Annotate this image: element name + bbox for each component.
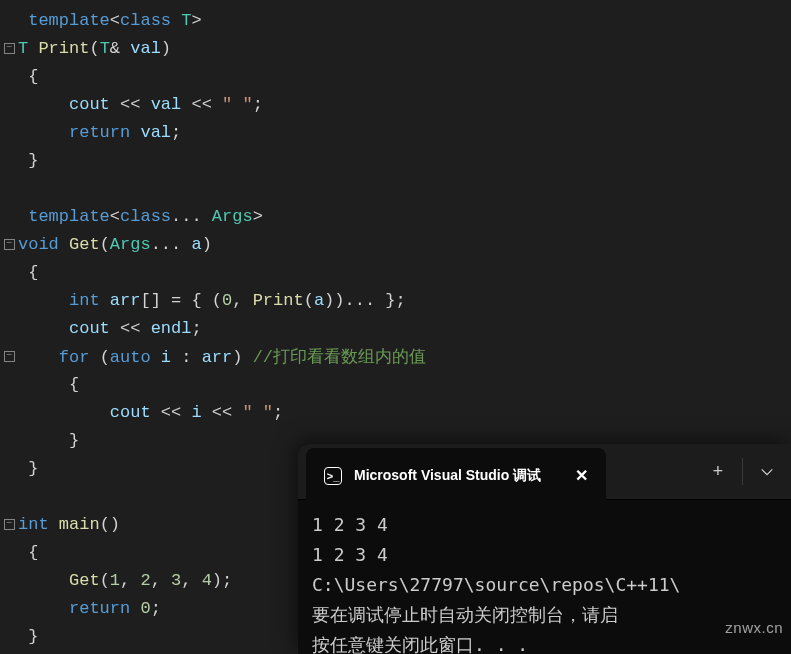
fold-icon[interactable]: −: [4, 351, 15, 362]
console-title: Microsoft Visual Studio 调试: [354, 467, 541, 485]
console-titlebar[interactable]: >_ Microsoft Visual Studio 调试 ✕ +: [298, 444, 791, 500]
fold-icon[interactable]: −: [4, 519, 15, 530]
fold-icon[interactable]: −: [4, 239, 15, 250]
debug-console-window: >_ Microsoft Visual Studio 调试 ✕ + 1 2 3 …: [298, 444, 791, 654]
close-tab-button[interactable]: ✕: [575, 466, 588, 485]
watermark: znwx.cn: [725, 619, 783, 636]
new-tab-button[interactable]: +: [694, 444, 742, 499]
console-tab[interactable]: >_ Microsoft Visual Studio 调试 ✕: [306, 448, 606, 503]
console-output[interactable]: 1 2 3 4 1 2 3 4 C:\Users\27797\source\re…: [298, 500, 791, 654]
tab-dropdown-button[interactable]: [743, 444, 791, 499]
fold-icon[interactable]: −: [4, 43, 15, 54]
terminal-icon: >_: [324, 467, 342, 485]
